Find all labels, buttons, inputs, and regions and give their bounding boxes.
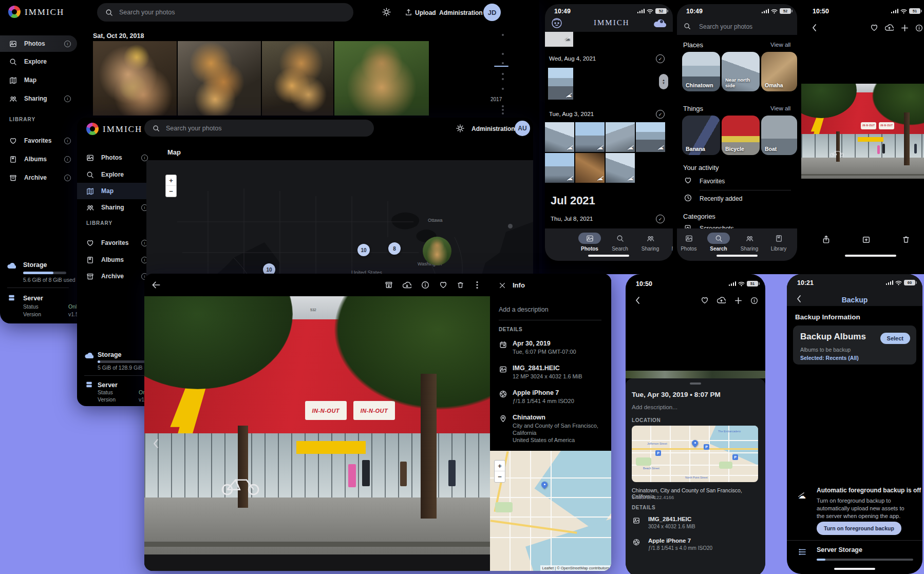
sidebar-item-map[interactable]: Map: [0, 72, 77, 88]
select-button[interactable]: Select: [880, 333, 910, 344]
archive-add-icon[interactable]: [862, 235, 871, 244]
map-photo-marker[interactable]: [423, 237, 451, 265]
cloud-download-icon[interactable]: [403, 281, 411, 289]
add-description-field[interactable]: Add a description: [499, 306, 549, 313]
place-card[interactable]: Omaha: [761, 52, 797, 91]
photo-thumbnail[interactable]: ☁: [606, 122, 635, 152]
sidebar-item-favorites[interactable]: Favoritesi: [0, 132, 77, 149]
photo-thumbnail[interactable]: ☁: [575, 153, 605, 183]
photo-peek-strip[interactable]: [626, 371, 765, 378]
tab-library[interactable]: Library: [764, 233, 793, 252]
back-arrow-icon[interactable]: [152, 280, 161, 290]
select-group-checkbox[interactable]: ✓: [656, 110, 665, 119]
photo-thumbnail[interactable]: ☁: [548, 68, 573, 100]
search-input[interactable]: [118, 8, 310, 16]
pending-thumbnail[interactable]: ☁: [545, 32, 573, 47]
photo-thumbnail[interactable]: ☁: [636, 122, 665, 152]
back-chevron-icon[interactable]: [634, 296, 642, 304]
administration-button[interactable]: Administration: [439, 9, 483, 16]
location-map[interactable]: + − Leaflet | © OpenStreetMap contributo…: [490, 451, 611, 571]
plus-icon[interactable]: [734, 297, 742, 304]
location-map[interactable]: The Embarcadero Jefferson Street Beach S…: [632, 426, 758, 482]
things-view-all[interactable]: View all: [770, 105, 790, 111]
place-card[interactable]: Chinatown: [682, 52, 720, 91]
close-icon[interactable]: [499, 282, 506, 289]
info-icon[interactable]: [915, 24, 923, 32]
trash-icon[interactable]: [902, 235, 910, 244]
home-indicator[interactable]: [716, 255, 758, 257]
sidebar-item-explore[interactable]: Explore: [0, 53, 77, 70]
photo-viewer[interactable]: 532 IN-N-OUT IN-N-OUT: [144, 296, 490, 554]
tab-sharing[interactable]: Sharing: [636, 233, 665, 252]
thing-card[interactable]: Banana: [682, 116, 720, 155]
photo-thumbnail[interactable]: ☁: [545, 122, 574, 152]
profile-cloud-icon[interactable]: [654, 18, 666, 28]
map-cluster-marker[interactable]: 8: [388, 242, 401, 255]
search-input[interactable]: [165, 124, 335, 132]
zoom-out-button[interactable]: −: [166, 186, 176, 197]
search-input[interactable]: Search your photos: [699, 23, 752, 30]
photo-thumbnail[interactable]: [262, 41, 333, 116]
cloud-upload-icon[interactable]: [885, 24, 894, 31]
timeline-scrubber[interactable]: ▲▼: [659, 74, 668, 89]
theme-toggle-icon[interactable]: [456, 124, 464, 132]
thing-card[interactable]: Bicycle: [722, 116, 760, 155]
sidebar-item-explore[interactable]: Explore: [77, 166, 154, 183]
user-avatar[interactable]: JD: [483, 4, 501, 21]
info-icon[interactable]: [750, 297, 758, 304]
info-circle-icon[interactable]: i: [64, 175, 71, 181]
info-circle-icon[interactable]: i: [64, 95, 71, 102]
upload-button[interactable]: Upload: [415, 9, 436, 16]
back-chevron-icon[interactable]: [810, 24, 819, 32]
sheet-drag-handle[interactable]: [690, 382, 701, 385]
home-indicator[interactable]: [834, 568, 875, 570]
activity-favorites[interactable]: Favorites: [677, 175, 797, 188]
archive-icon[interactable]: [385, 281, 393, 289]
photo-viewer[interactable]: IN-N-OUT IN-N-OUT: [801, 84, 924, 179]
photo-thumbnail[interactable]: [93, 41, 177, 116]
turn-on-foreground-backup-button[interactable]: Turn on foreground backup: [817, 522, 901, 535]
home-indicator[interactable]: [588, 255, 629, 257]
photo-thumbnail[interactable]: ☁: [606, 153, 635, 183]
info-circle-icon[interactable]: i: [64, 138, 71, 144]
place-card[interactable]: Near north side: [722, 52, 760, 91]
tab-sharing[interactable]: Sharing: [735, 233, 764, 252]
more-options-icon[interactable]: [476, 281, 478, 289]
zoom-in-button[interactable]: +: [166, 175, 176, 186]
photo-thumbnail[interactable]: ☁: [575, 122, 605, 152]
sidebar-item-photos[interactable]: Photosi: [77, 149, 154, 166]
tab-photos[interactable]: Photos: [575, 233, 604, 252]
upload-icon[interactable]: [405, 8, 412, 16]
tab-photos[interactable]: Photos: [677, 233, 703, 252]
photo-thumbnail[interactable]: [178, 41, 261, 116]
user-avatar[interactable]: AU: [515, 121, 530, 136]
photo-thumbnail[interactable]: ☁: [545, 153, 574, 183]
heart-icon[interactable]: [701, 296, 709, 304]
sidebar-item-archive[interactable]: Archivei: [0, 169, 77, 186]
sidebar-item-sharing[interactable]: Sharingi: [0, 90, 77, 107]
theme-toggle-icon[interactable]: [382, 8, 391, 16]
menu-face-icon[interactable]: [551, 17, 562, 29]
administration-button[interactable]: Administration: [472, 125, 515, 132]
photo-thumbnail[interactable]: [334, 41, 429, 116]
zoom-out-button[interactable]: −: [495, 471, 505, 482]
activity-recently-added[interactable]: Recently added: [677, 192, 797, 205]
previous-photo-icon[interactable]: [151, 438, 161, 449]
tab-library[interactable]: Library: [665, 233, 673, 252]
sidebar-item-albums[interactable]: Albumsi: [0, 151, 77, 167]
info-icon[interactable]: [421, 281, 429, 289]
timeline-scrub-indicator[interactable]: [494, 66, 508, 67]
sidebar-item-albums[interactable]: Albumsi: [77, 252, 154, 268]
select-group-checkbox[interactable]: ✓: [656, 215, 665, 223]
cloud-upload-icon[interactable]: [717, 297, 726, 304]
sidebar-item-sharing[interactable]: Sharingi: [77, 199, 154, 216]
add-description-field[interactable]: Add description...: [632, 404, 677, 410]
map-cluster-marker[interactable]: 10: [357, 244, 370, 256]
share-icon[interactable]: [822, 235, 831, 244]
plus-icon[interactable]: [901, 24, 909, 32]
home-indicator[interactable]: [845, 255, 896, 257]
places-view-all[interactable]: View all: [770, 42, 790, 48]
heart-icon[interactable]: [870, 24, 878, 32]
sidebar-item-map-active[interactable]: Map: [77, 183, 154, 199]
zoom-in-button[interactable]: +: [495, 461, 505, 471]
